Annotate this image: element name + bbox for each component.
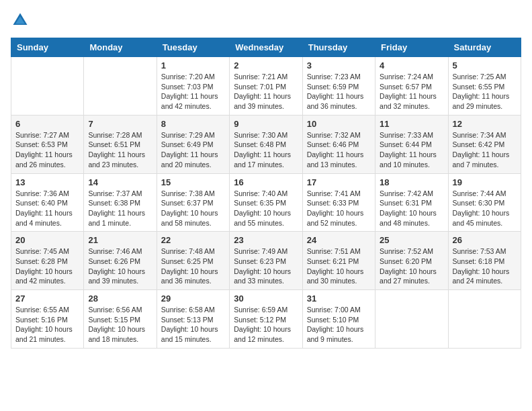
day-info: Sunrise: 7:32 AM Sunset: 6:46 PM Dayligh… — [307, 130, 371, 170]
day-number: 10 — [307, 119, 371, 129]
day-number: 15 — [161, 177, 225, 187]
day-cell: 14Sunrise: 7:37 AM Sunset: 6:38 PM Dayli… — [84, 173, 157, 232]
day-info: Sunrise: 7:36 AM Sunset: 6:40 PM Dayligh… — [15, 189, 79, 228]
day-cell: 23Sunrise: 7:49 AM Sunset: 6:23 PM Dayli… — [230, 232, 302, 290]
day-cell: 22Sunrise: 7:48 AM Sunset: 6:25 PM Dayli… — [157, 232, 229, 290]
day-cell: 29Sunrise: 6:58 AM Sunset: 5:13 PM Dayli… — [157, 290, 229, 349]
day-cell: 27Sunrise: 6:55 AM Sunset: 5:16 PM Dayli… — [11, 290, 84, 349]
day-cell: 20Sunrise: 7:45 AM Sunset: 6:28 PM Dayli… — [11, 232, 84, 290]
day-number: 24 — [307, 235, 371, 245]
day-info: Sunrise: 7:29 AM Sunset: 6:49 PM Dayligh… — [161, 130, 225, 170]
day-number: 31 — [307, 293, 371, 304]
day-cell: 19Sunrise: 7:44 AM Sunset: 6:30 PM Dayli… — [448, 173, 521, 232]
day-info: Sunrise: 6:55 AM Sunset: 5:16 PM Dayligh… — [15, 305, 79, 345]
day-info: Sunrise: 7:53 AM Sunset: 6:18 PM Dayligh… — [453, 246, 517, 286]
day-number: 19 — [453, 177, 517, 187]
day-cell: 30Sunrise: 6:59 AM Sunset: 5:12 PM Dayli… — [230, 290, 302, 349]
day-number: 12 — [453, 119, 517, 129]
week-row-4: 20Sunrise: 7:45 AM Sunset: 6:28 PM Dayli… — [11, 232, 521, 290]
day-cell: 5Sunrise: 7:25 AM Sunset: 6:55 PM Daylig… — [448, 57, 521, 116]
day-number: 25 — [380, 235, 443, 245]
day-cell: 28Sunrise: 6:56 AM Sunset: 5:15 PM Dayli… — [84, 290, 157, 349]
day-cell: 31Sunrise: 7:00 AM Sunset: 5:10 PM Dayli… — [302, 290, 375, 349]
week-row-1: 1Sunrise: 7:20 AM Sunset: 7:03 PM Daylig… — [11, 57, 521, 116]
day-cell: 26Sunrise: 7:53 AM Sunset: 6:18 PM Dayli… — [448, 232, 521, 290]
day-info: Sunrise: 7:23 AM Sunset: 6:59 PM Dayligh… — [307, 72, 371, 111]
day-cell: 18Sunrise: 7:42 AM Sunset: 6:31 PM Dayli… — [375, 173, 448, 232]
day-number: 29 — [161, 293, 225, 304]
weekday-header-monday: Monday — [84, 38, 157, 57]
day-info: Sunrise: 7:38 AM Sunset: 6:37 PM Dayligh… — [161, 189, 225, 228]
day-cell — [375, 290, 448, 349]
day-number: 21 — [88, 235, 152, 245]
day-info: Sunrise: 7:24 AM Sunset: 6:57 PM Dayligh… — [380, 72, 443, 111]
day-info: Sunrise: 7:27 AM Sunset: 6:53 PM Dayligh… — [15, 130, 79, 170]
weekday-header-friday: Friday — [375, 38, 448, 57]
page-header — [11, 11, 521, 30]
day-cell: 1Sunrise: 7:20 AM Sunset: 7:03 PM Daylig… — [157, 57, 229, 116]
day-number: 4 — [380, 60, 443, 71]
day-info: Sunrise: 7:28 AM Sunset: 6:51 PM Dayligh… — [88, 130, 152, 170]
day-cell: 11Sunrise: 7:33 AM Sunset: 6:44 PM Dayli… — [375, 115, 448, 173]
day-info: Sunrise: 7:42 AM Sunset: 6:31 PM Dayligh… — [380, 189, 443, 228]
weekday-header-thursday: Thursday — [302, 38, 375, 57]
day-number: 30 — [234, 293, 298, 304]
day-number: 14 — [88, 177, 152, 187]
day-number: 22 — [161, 235, 225, 245]
day-number: 1 — [161, 60, 225, 71]
day-info: Sunrise: 7:52 AM Sunset: 6:20 PM Dayligh… — [380, 246, 443, 286]
day-cell: 25Sunrise: 7:52 AM Sunset: 6:20 PM Dayli… — [375, 232, 448, 290]
day-info: Sunrise: 7:30 AM Sunset: 6:48 PM Dayligh… — [234, 130, 298, 170]
day-number: 5 — [453, 60, 517, 71]
weekday-header-wednesday: Wednesday — [230, 38, 302, 57]
day-number: 20 — [15, 235, 79, 245]
day-number: 28 — [88, 293, 152, 304]
day-number: 2 — [234, 60, 298, 71]
day-cell: 4Sunrise: 7:24 AM Sunset: 6:57 PM Daylig… — [375, 57, 448, 116]
weekday-header-sunday: Sunday — [11, 38, 84, 57]
day-number: 3 — [307, 60, 371, 71]
day-info: Sunrise: 7:20 AM Sunset: 7:03 PM Dayligh… — [161, 72, 225, 111]
calendar: SundayMondayTuesdayWednesdayThursdayFrid… — [11, 38, 521, 349]
day-info: Sunrise: 7:25 AM Sunset: 6:55 PM Dayligh… — [453, 72, 517, 111]
day-info: Sunrise: 7:33 AM Sunset: 6:44 PM Dayligh… — [380, 130, 443, 170]
week-row-2: 6Sunrise: 7:27 AM Sunset: 6:53 PM Daylig… — [11, 115, 521, 173]
day-cell: 9Sunrise: 7:30 AM Sunset: 6:48 PM Daylig… — [230, 115, 302, 173]
day-info: Sunrise: 7:51 AM Sunset: 6:21 PM Dayligh… — [307, 246, 371, 286]
day-cell: 8Sunrise: 7:29 AM Sunset: 6:49 PM Daylig… — [157, 115, 229, 173]
weekday-header-tuesday: Tuesday — [157, 38, 229, 57]
day-info: Sunrise: 7:48 AM Sunset: 6:25 PM Dayligh… — [161, 246, 225, 286]
week-row-3: 13Sunrise: 7:36 AM Sunset: 6:40 PM Dayli… — [11, 173, 521, 232]
day-cell: 6Sunrise: 7:27 AM Sunset: 6:53 PM Daylig… — [11, 115, 84, 173]
day-number: 18 — [380, 177, 443, 187]
day-info: Sunrise: 7:37 AM Sunset: 6:38 PM Dayligh… — [88, 189, 152, 228]
day-info: Sunrise: 6:59 AM Sunset: 5:12 PM Dayligh… — [234, 305, 298, 345]
day-cell: 12Sunrise: 7:34 AM Sunset: 6:42 PM Dayli… — [448, 115, 521, 173]
day-number: 9 — [234, 119, 298, 129]
logo — [11, 11, 32, 30]
day-number: 8 — [161, 119, 225, 129]
day-number: 27 — [15, 293, 79, 304]
day-cell: 17Sunrise: 7:41 AM Sunset: 6:33 PM Dayli… — [302, 173, 375, 232]
logo-icon — [11, 11, 30, 30]
day-cell: 10Sunrise: 7:32 AM Sunset: 6:46 PM Dayli… — [302, 115, 375, 173]
day-cell: 13Sunrise: 7:36 AM Sunset: 6:40 PM Dayli… — [11, 173, 84, 232]
day-number: 26 — [453, 235, 517, 245]
day-cell: 2Sunrise: 7:21 AM Sunset: 7:01 PM Daylig… — [230, 57, 302, 116]
day-number: 17 — [307, 177, 371, 187]
day-cell: 7Sunrise: 7:28 AM Sunset: 6:51 PM Daylig… — [84, 115, 157, 173]
day-number: 16 — [234, 177, 298, 187]
day-info: Sunrise: 7:46 AM Sunset: 6:26 PM Dayligh… — [88, 246, 152, 286]
day-info: Sunrise: 7:40 AM Sunset: 6:35 PM Dayligh… — [234, 189, 298, 228]
day-info: Sunrise: 7:49 AM Sunset: 6:23 PM Dayligh… — [234, 246, 298, 286]
day-cell — [11, 57, 84, 116]
day-number: 13 — [15, 177, 79, 187]
day-cell: 24Sunrise: 7:51 AM Sunset: 6:21 PM Dayli… — [302, 232, 375, 290]
day-number: 23 — [234, 235, 298, 245]
day-info: Sunrise: 6:58 AM Sunset: 5:13 PM Dayligh… — [161, 305, 225, 345]
day-number: 7 — [88, 119, 152, 129]
day-info: Sunrise: 7:44 AM Sunset: 6:30 PM Dayligh… — [453, 189, 517, 228]
day-cell: 21Sunrise: 7:46 AM Sunset: 6:26 PM Dayli… — [84, 232, 157, 290]
day-number: 11 — [380, 119, 443, 129]
day-cell — [448, 290, 521, 349]
